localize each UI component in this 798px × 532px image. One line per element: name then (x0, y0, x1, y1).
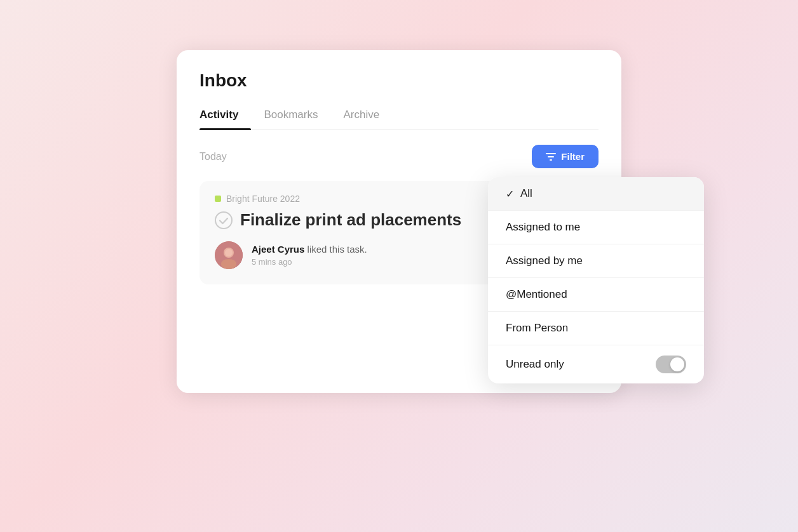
toggle-knob (670, 357, 684, 371)
item-label-row-mentioned: @Mentioned (506, 288, 567, 301)
svg-rect-0 (546, 153, 556, 154)
activity-description: Ajeet Cyrus liked this task. (252, 244, 367, 255)
filter-option-unread-only[interactable]: Unread only (488, 345, 704, 383)
inbox-title: Inbox (200, 70, 598, 91)
svg-rect-1 (548, 156, 554, 157)
avatar (215, 241, 243, 269)
filter-option-assigned-by-me[interactable]: Assigned by me (488, 244, 704, 278)
item-label-row-assigned-by-me: Assigned by me (506, 255, 583, 267)
filter-option-unread-only-label: Unread only (506, 358, 564, 371)
filter-button[interactable]: Filter (532, 145, 598, 168)
tabs: Activity Bookmarks Archive (200, 102, 598, 130)
svg-point-3 (215, 212, 232, 229)
filter-option-from-person-label: From Person (506, 322, 568, 335)
activity-action: liked this task. (308, 244, 367, 255)
checkmark-icon: ✓ (506, 188, 514, 200)
filter-option-assigned-to-me[interactable]: Assigned to me (488, 211, 704, 244)
filter-option-mentioned-label: @Mentioned (506, 288, 567, 301)
filter-option-all-label: All (520, 187, 532, 200)
filter-label: Filter (561, 151, 585, 162)
section-header: Today Filter (200, 145, 598, 168)
filter-option-mentioned[interactable]: @Mentioned (488, 278, 704, 312)
task-check-icon (215, 211, 233, 229)
filter-dropdown: ✓ All Assigned to me Assigned by me @Men… (488, 177, 704, 383)
project-dot (215, 196, 221, 202)
filter-icon (546, 152, 556, 161)
unread-only-toggle[interactable] (656, 356, 686, 373)
filter-option-from-person[interactable]: From Person (488, 312, 704, 345)
tab-archive[interactable]: Archive (330, 102, 392, 129)
section-label: Today (200, 151, 227, 163)
activity-text-col: Ajeet Cyrus liked this task. 5 mins ago (252, 244, 367, 267)
svg-point-6 (221, 259, 236, 269)
filter-option-all[interactable]: ✓ All (488, 177, 704, 211)
project-name: Bright Future 2022 (226, 194, 300, 204)
item-label-row-assigned-to-me: Assigned to me (506, 221, 580, 234)
item-label-row-all: ✓ All (506, 187, 532, 200)
activity-time: 5 mins ago (252, 257, 367, 267)
activity-user: Ajeet Cyrus (252, 244, 304, 255)
item-label-row-from-person: From Person (506, 322, 568, 335)
svg-point-7 (225, 249, 233, 256)
filter-option-assigned-by-me-label: Assigned by me (506, 255, 583, 267)
filter-option-assigned-to-me-label: Assigned to me (506, 221, 580, 234)
tab-bookmarks[interactable]: Bookmarks (251, 102, 330, 129)
tab-activity[interactable]: Activity (200, 102, 251, 129)
task-title: Finalize print ad placements (240, 210, 461, 230)
avatar-image (215, 241, 243, 269)
svg-rect-2 (550, 159, 552, 161)
